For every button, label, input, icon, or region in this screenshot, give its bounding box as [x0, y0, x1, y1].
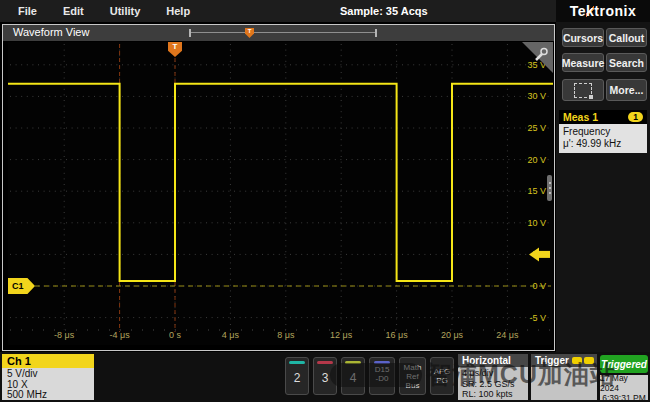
- afg-pg-button[interactable]: AFG PG: [430, 357, 454, 395]
- meas1-body: Frequency μ': 49.99 kHz: [559, 124, 647, 153]
- digital-label: D15 -D0: [370, 366, 394, 383]
- tektronix-logo: Tektronix: [556, 0, 650, 22]
- graticule[interactable]: 35 V30 V25 V20 V15 V10 V5 V0 V-5 V-8 μs-…: [8, 42, 553, 345]
- volt-tick-label: 30 V: [527, 91, 546, 101]
- channel-1-trace[interactable]: [8, 84, 553, 281]
- time-tick-label: 4 μs: [222, 330, 240, 340]
- math-ref-bus-button[interactable]: Math Ref Bus: [399, 357, 426, 395]
- channel-3-button[interactable]: 3: [313, 357, 337, 395]
- measurement-badge-meas1[interactable]: Meas 1 1 Frequency μ': 49.99 kHz: [559, 110, 647, 153]
- plot-scrollbar-handle[interactable]: [547, 175, 552, 201]
- channel-2-label: 2: [286, 371, 308, 385]
- tektronix-logo-text: Tektronix: [570, 3, 637, 19]
- waveform-tab-bar: Waveform View T: [3, 25, 554, 41]
- horizontal-badge[interactable]: Horizontal 4 μs/div SR: 2.5 GS/s RL: 100…: [458, 354, 528, 400]
- trigger-header: Trigger: [531, 354, 597, 367]
- volt-tick-label: 10 V: [527, 218, 546, 228]
- trigger-source-pills: [572, 357, 594, 364]
- time-tick-label: -8 μs: [54, 330, 75, 340]
- menu-edit[interactable]: Edit: [63, 5, 84, 17]
- time-text: 6:39:31 PM: [602, 393, 645, 402]
- time-tick-label: 20 μs: [441, 330, 464, 340]
- waveform-view-window: Waveform View T 35 V30 V25 V20 V15 V10 V…: [2, 24, 555, 351]
- horizontal-settings: 4 μs/div SR: 2.5 GS/s RL: 100 kpts: [458, 367, 528, 400]
- channel-3-label: 3: [314, 371, 336, 385]
- menu-items: File Edit Utility Help: [18, 0, 190, 22]
- record-view-line: [191, 32, 375, 33]
- volt-tick-label: 25 V: [527, 123, 546, 133]
- acquisition-status: Sample: 35 Acqs: [340, 0, 428, 22]
- time-tick-label: 8 μs: [277, 330, 295, 340]
- menu-file[interactable]: File: [18, 5, 37, 17]
- trigger-settings: [531, 367, 597, 400]
- time-tick-label: 24 μs: [496, 330, 519, 340]
- horizontal-sample-rate: SR: 2.5 GS/s: [462, 379, 528, 390]
- menu-bar: File Edit Utility Help Sample: 35 Acqs T…: [0, 0, 650, 22]
- more-button[interactable]: More...: [606, 79, 647, 101]
- digital-d15-d0-button[interactable]: D15 -D0: [369, 357, 395, 395]
- meas1-source-badge: 1: [628, 112, 643, 122]
- channel-3-color-bar: [317, 361, 333, 364]
- meas1-value: μ': 49.99 kHz: [563, 138, 643, 150]
- horizontal-scale: 4 μs/div: [462, 368, 528, 379]
- time-tick-label: 12 μs: [330, 330, 353, 340]
- date-text: 17 May 2024: [600, 373, 648, 393]
- channel-2-button[interactable]: 2: [285, 357, 309, 395]
- channel-1-scale: 5 V/div: [7, 369, 94, 380]
- volt-tick-label: -5 V: [529, 313, 546, 323]
- bottom-bar: Ch 1 5 V/div 10 X 500 MHz 2 3 4 D15 -D0 …: [0, 352, 650, 402]
- channel-1-bandwidth: 500 MHz: [7, 390, 94, 401]
- waveform-plot[interactable]: 35 V30 V25 V20 V15 V10 V5 V0 V-5 V-8 μs-…: [8, 42, 553, 345]
- channel-1-badge[interactable]: Ch 1 5 V/div 10 X 500 MHz: [2, 354, 94, 400]
- channel-4-label: 4: [342, 371, 364, 385]
- menu-help[interactable]: Help: [166, 5, 190, 17]
- datetime-display: 17 May 2024 6:39:31 PM: [600, 375, 648, 400]
- sidebar: Cursors Callout Measure Search More... M…: [556, 22, 650, 352]
- meas1-title: Meas 1: [563, 111, 598, 123]
- measure-button[interactable]: Measure: [562, 53, 604, 72]
- volt-tick-label: 15 V: [527, 186, 546, 196]
- search-button[interactable]: Search: [606, 53, 647, 72]
- horizontal-record-length: RL: 100 kpts: [462, 389, 528, 400]
- tab-waveform-view[interactable]: Waveform View: [13, 26, 89, 38]
- record-trigger-flag-icon[interactable]: T: [245, 28, 254, 38]
- digital-color-bar: [374, 361, 390, 364]
- time-tick-label: -4 μs: [109, 330, 130, 340]
- zoom-box-icon: [574, 83, 592, 98]
- volt-tick-label: 20 V: [527, 155, 546, 165]
- callout-button[interactable]: Callout: [606, 28, 647, 47]
- triggered-status-badge: Triggered: [600, 355, 648, 373]
- trigger-title: Trigger: [535, 354, 569, 367]
- channel-2-color-bar: [289, 361, 305, 364]
- horizontal-title: Horizontal: [462, 354, 511, 367]
- menu-utility[interactable]: Utility: [110, 5, 141, 17]
- oscilloscope-app: File Edit Utility Help Sample: 35 Acqs T…: [0, 0, 650, 402]
- time-tick-label: 0 s: [169, 330, 182, 340]
- trigger-badge[interactable]: Trigger: [531, 354, 597, 400]
- cursors-button[interactable]: Cursors: [562, 28, 604, 47]
- meas1-header: Meas 1 1: [559, 110, 647, 124]
- channel-1-title: Ch 1: [2, 354, 94, 368]
- channel-1-settings: 5 V/div 10 X 500 MHz: [2, 368, 94, 400]
- meas1-type: Frequency: [563, 126, 643, 138]
- volt-tick-label: 0 V: [532, 281, 546, 291]
- channel-4-button[interactable]: 4: [341, 357, 365, 395]
- zoom-box-button[interactable]: [562, 79, 604, 101]
- record-view-bracket[interactable]: T: [189, 29, 377, 37]
- time-tick-label: 16 μs: [385, 330, 408, 340]
- channel-4-color-bar: [345, 361, 361, 364]
- horizontal-header: Horizontal: [458, 354, 528, 367]
